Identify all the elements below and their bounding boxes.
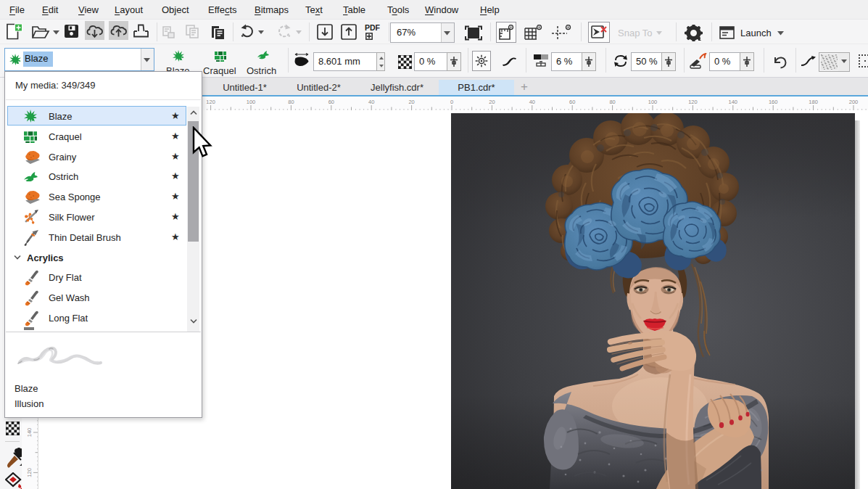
svg-text:160: 160 <box>769 99 778 105</box>
svg-text:60: 60 <box>328 99 334 105</box>
svg-text:20: 20 <box>489 99 495 105</box>
svg-text:120: 120 <box>206 99 215 105</box>
svg-text:80: 80 <box>609 99 615 105</box>
svg-text:80: 80 <box>288 99 294 105</box>
svg-text:100: 100 <box>648 99 658 105</box>
svg-text:120: 120 <box>26 468 33 477</box>
svg-text:180: 180 <box>809 99 818 105</box>
svg-text:0: 0 <box>450 99 453 105</box>
svg-text:60: 60 <box>569 99 575 105</box>
svg-text:100: 100 <box>247 99 256 105</box>
svg-text:200: 200 <box>849 99 859 105</box>
svg-text:140: 140 <box>26 428 33 437</box>
svg-text:40: 40 <box>529 99 535 105</box>
svg-text:120: 120 <box>688 99 698 105</box>
svg-text:140: 140 <box>729 99 738 105</box>
svg-text:20: 20 <box>408 99 414 105</box>
svg-text:40: 40 <box>368 99 374 105</box>
